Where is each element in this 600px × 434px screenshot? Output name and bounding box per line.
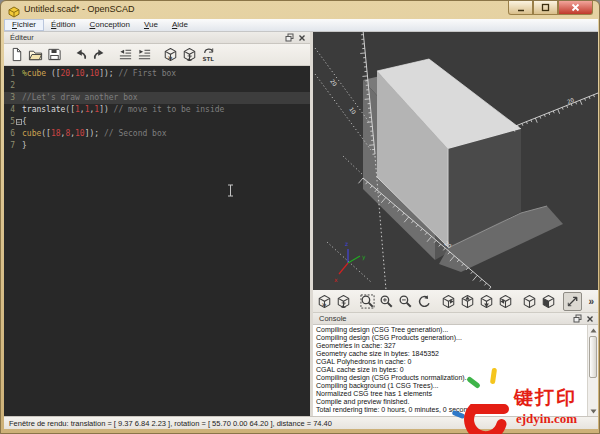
zoom-in-button[interactable] bbox=[377, 292, 396, 311]
console-float-button[interactable] bbox=[573, 314, 582, 323]
code-line-5[interactable]: 5−{ bbox=[4, 116, 310, 128]
view-bottom-icon bbox=[479, 294, 494, 309]
zoom-out-button[interactable] bbox=[396, 292, 415, 311]
indent-icon bbox=[137, 47, 152, 62]
fold-column bbox=[15, 80, 22, 92]
menu-aide[interactable]: Aide bbox=[165, 19, 195, 31]
editor-close-button[interactable] bbox=[298, 34, 306, 42]
menu-vue[interactable]: Vue bbox=[137, 19, 165, 31]
fold-column bbox=[15, 92, 22, 104]
axis-indicator-label: x bbox=[334, 276, 338, 283]
close-button[interactable] bbox=[558, 1, 593, 15]
render-button[interactable] bbox=[334, 292, 353, 311]
console-panel-title: Console bbox=[317, 314, 569, 323]
new-button[interactable] bbox=[7, 45, 26, 64]
console-line: Normalized CSG tree has 1 elements bbox=[316, 390, 595, 398]
console-log[interactable]: Compiling design (CSG Tree generation)..… bbox=[313, 325, 598, 416]
toolbar-overflow-button[interactable]: » bbox=[588, 296, 594, 307]
open-button[interactable] bbox=[26, 45, 45, 64]
line-number: 1 bbox=[4, 68, 15, 80]
fold-column bbox=[15, 140, 22, 152]
code-line-6[interactable]: 6cube([18,8,10]); // Second box bbox=[4, 128, 310, 140]
line-number: 4 bbox=[4, 104, 15, 116]
scroll-up-button[interactable] bbox=[588, 325, 598, 335]
view-orthogonal-icon bbox=[541, 294, 556, 309]
editor-float-button[interactable] bbox=[285, 33, 294, 42]
3d-viewport[interactable]: 20102020 zyx bbox=[313, 32, 598, 290]
svg-text:»: » bbox=[322, 300, 327, 309]
view-axes-button[interactable] bbox=[563, 292, 582, 311]
line-number: 7 bbox=[4, 140, 15, 152]
console-line: Total rendering time: 0 hours, 0 minutes… bbox=[316, 406, 595, 414]
fold-column: − bbox=[15, 116, 22, 128]
redo-icon bbox=[92, 47, 107, 62]
text-cursor bbox=[227, 184, 234, 201]
code-line-1[interactable]: 1%cube ([20,10,10]); // First box bbox=[4, 68, 310, 80]
view-left-icon bbox=[498, 294, 513, 309]
menubar: FichierÉditionConceptionVueAide bbox=[4, 19, 598, 32]
code-text: { bbox=[22, 116, 27, 128]
console-panel-header: Console bbox=[313, 313, 598, 325]
console-line: Compiling design (CSG Tree generation)..… bbox=[316, 326, 595, 334]
axis-indicator-label: y bbox=[362, 253, 366, 261]
fold-column bbox=[15, 128, 22, 140]
console-line: Compiling background (1 CSG Trees)... bbox=[316, 382, 595, 390]
maximize-button[interactable] bbox=[533, 1, 558, 15]
code-editor[interactable]: 1%cube ([20,10,10]); // First box23//Let… bbox=[4, 66, 310, 416]
menu-conception[interactable]: Conception bbox=[82, 19, 136, 31]
line-number: 6 bbox=[4, 128, 15, 140]
export-stl-button[interactable]: STL bbox=[199, 45, 218, 64]
view-perspective-icon bbox=[522, 294, 537, 309]
preview-button[interactable]: » bbox=[315, 292, 334, 311]
redo-button[interactable] bbox=[90, 45, 109, 64]
console-line: CGAL cache size in bytes: 0 bbox=[316, 366, 595, 374]
view-top-button[interactable] bbox=[458, 292, 477, 311]
cube-preview-icon: » bbox=[317, 294, 332, 309]
zoom-all-button[interactable] bbox=[358, 292, 377, 311]
reset-view-button[interactable] bbox=[415, 292, 434, 311]
view-orthogonal-button[interactable] bbox=[539, 292, 558, 311]
scroll-down-button[interactable] bbox=[588, 406, 598, 416]
svg-text:STL: STL bbox=[202, 56, 214, 62]
save-button[interactable] bbox=[45, 45, 64, 64]
indent-button[interactable] bbox=[135, 45, 154, 64]
code-line-7[interactable]: 7} bbox=[4, 140, 310, 152]
undo-button[interactable] bbox=[71, 45, 90, 64]
console-close-button[interactable] bbox=[586, 315, 594, 323]
menu-fichier[interactable]: Fichier bbox=[4, 19, 44, 31]
cube-render-icon bbox=[336, 294, 351, 309]
line-number: 2 bbox=[4, 80, 15, 92]
3d-scene: 20102020 zyx bbox=[313, 32, 598, 290]
console-line: Compiling design (CSG Products normaliza… bbox=[316, 374, 595, 382]
view-right-icon bbox=[441, 294, 456, 309]
console-scrollbar[interactable] bbox=[587, 325, 598, 416]
scrollbar-thumb[interactable] bbox=[589, 336, 597, 378]
titlebar[interactable]: Untitled.scad* - OpenSCAD bbox=[1, 1, 600, 19]
code-line-3[interactable]: 3//Let's draw another box bbox=[4, 92, 310, 104]
stl-icon: STL bbox=[201, 47, 216, 62]
view-bottom-button[interactable] bbox=[477, 292, 496, 311]
preview-button[interactable]: » bbox=[161, 45, 180, 64]
code-line-2[interactable]: 2 bbox=[4, 80, 310, 92]
editor-toolbar: »STL bbox=[4, 44, 310, 66]
editor-panel: Éditeur »STL 1%cube ([20,10,10]); // Fir… bbox=[4, 32, 310, 416]
console-panel: Console Compiling design (CSG Tree gener… bbox=[313, 313, 598, 416]
menu-edition[interactable]: Édition bbox=[44, 19, 82, 31]
code-text: %cube ([20,10,10]); // First box bbox=[22, 68, 176, 80]
render-button[interactable] bbox=[180, 45, 199, 64]
zoom-all-icon bbox=[360, 294, 375, 309]
unindent-button[interactable] bbox=[116, 45, 135, 64]
fold-marker-icon[interactable]: − bbox=[16, 119, 22, 125]
status-text: Fenêtre de rendu: translation = [ 9.37 6… bbox=[9, 419, 332, 428]
console-line: Compiling design (CSG Products generatio… bbox=[316, 334, 595, 342]
code-line-4[interactable]: 4translate([1,1,1]) // move it to be ins… bbox=[4, 104, 310, 116]
view-right-button[interactable] bbox=[439, 292, 458, 311]
editor-panel-title: Éditeur bbox=[8, 33, 281, 42]
doc-icon bbox=[9, 47, 24, 62]
svg-text:»: » bbox=[168, 53, 173, 62]
view-perspective-button[interactable] bbox=[520, 292, 539, 311]
undo-icon bbox=[73, 47, 88, 62]
reset-view-icon bbox=[417, 294, 432, 309]
minimize-button[interactable] bbox=[508, 1, 533, 15]
view-left-button[interactable] bbox=[496, 292, 515, 311]
